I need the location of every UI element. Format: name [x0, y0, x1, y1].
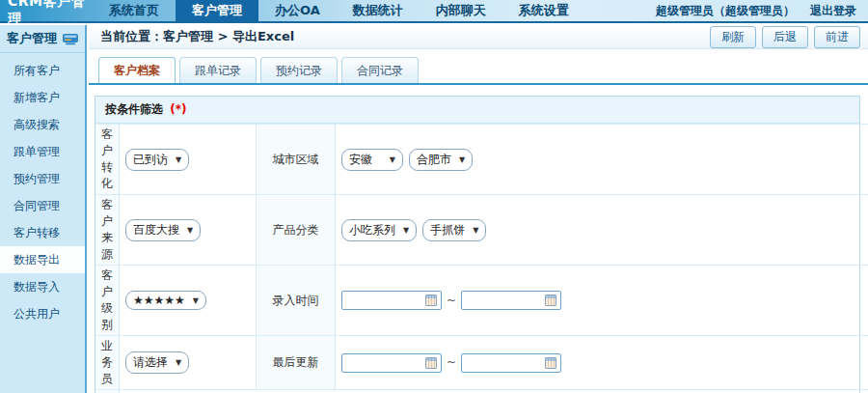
sidebar-item-高级搜索[interactable]: 高级搜索: [0, 111, 85, 138]
date-input[interactable]: [466, 356, 545, 369]
dropdown-value: 百度大搜: [133, 222, 179, 239]
filter-row: 客户级别★★★★★录入时间~: [95, 266, 868, 336]
chevron-down-icon: [390, 155, 395, 164]
field-label-客户级别: 客户级别: [95, 266, 120, 336]
filter-panel: 按条件筛选 (*) 客户转化已到访城市区域安徽合肥市客户来源百度大搜产品分类小吃…: [95, 96, 860, 393]
menu-item-客户管理[interactable]: 客户管理: [176, 0, 258, 21]
chevron-down-icon: [176, 155, 181, 164]
dropdown-value: 手抓饼: [430, 222, 465, 239]
date-input[interactable]: [346, 295, 425, 307]
filter-row: 业务员请选择最后更新~: [95, 336, 868, 390]
sidebar-item-新增客户[interactable]: 新增客户: [0, 84, 85, 111]
sidebar-header: 客户管理: [0, 25, 85, 53]
field-value-cell: 安徽合肥市: [336, 125, 868, 195]
breadcrumb: 当前位置：客户管理 > 导出Excel: [100, 28, 294, 45]
sidebar-item-数据导出[interactable]: 数据导出: [0, 246, 85, 273]
filter-row: 客户来源百度大搜产品分类小吃系列手抓饼: [95, 195, 868, 266]
field-value-cell: 小吃系列手抓饼: [336, 195, 868, 266]
calendar-icon[interactable]: [425, 357, 437, 369]
dropdown-百度大搜[interactable]: 百度大搜: [125, 219, 201, 241]
menu-item-系统设置[interactable]: 系统设置: [502, 0, 585, 21]
chevron-down-icon: [459, 155, 465, 164]
sidebar-title: 客户管理: [7, 30, 57, 47]
dropdown-已到访[interactable]: 已到访: [125, 149, 189, 171]
filter-table: 客户转化已到访城市区域安徽合肥市客户来源百度大搜产品分类小吃系列手抓饼客户级别★…: [95, 124, 868, 393]
topbar-user-area: 超级管理员（超级管理员） 退出登录: [656, 0, 868, 21]
field-label-产品分类: 产品分类: [257, 195, 336, 266]
nav-button-前进[interactable]: 前进: [814, 26, 860, 48]
nav-button-刷新[interactable]: 刷新: [710, 26, 756, 48]
filter-panel-header: 按条件筛选 (*): [95, 97, 859, 124]
field-label-最后更新: 最后更新: [257, 336, 336, 390]
tab-跟单记录[interactable]: 跟单记录: [179, 57, 257, 83]
chevron-down-icon: [473, 226, 478, 235]
date-input-wrap: [461, 353, 561, 373]
filter-row: 客户转化已到访城市区域安徽合肥市: [95, 125, 868, 195]
calendar-icon[interactable]: [545, 295, 556, 306]
field-label-城市区域: 城市区域: [257, 125, 336, 195]
sidebar-item-预约管理[interactable]: 预约管理: [0, 165, 85, 192]
date-input[interactable]: [466, 295, 545, 307]
sidebar-item-公共用户[interactable]: 公共用户: [0, 300, 85, 327]
required-mark: (*): [170, 102, 186, 116]
dropdown-合肥市[interactable]: 合肥市: [409, 149, 473, 171]
export-items-cell: 编号录入时间最后更新客户名称详细地址联系电话传真号码企业网站电子邮件产品分类客户…: [120, 390, 868, 393]
dropdown-value: 请选择: [133, 354, 168, 371]
dropdown-小吃系列[interactable]: 小吃系列: [341, 219, 417, 241]
field-label-导出项目: 导出项目: [95, 390, 120, 393]
menu-item-内部聊天[interactable]: 内部聊天: [420, 0, 502, 21]
range-separator: ~: [447, 294, 456, 307]
field-label-客户来源: 客户来源: [95, 195, 120, 266]
dropdown-手抓饼[interactable]: 手抓饼: [422, 219, 486, 241]
dropdown-value: ★★★★★: [133, 294, 185, 307]
menu-item-办公OA[interactable]: 办公OA: [258, 0, 337, 21]
chevron-down-icon: [187, 226, 193, 235]
date-range-cell: ~: [336, 266, 868, 336]
dropdown-value: 合肥市: [417, 152, 451, 168]
current-user-label: 超级管理员（超级管理员）: [656, 3, 795, 19]
field-label-客户转化: 客户转化: [95, 125, 120, 195]
sidebar-item-合同管理[interactable]: 合同管理: [0, 192, 85, 219]
tab-合同记录[interactable]: 合同记录: [341, 57, 419, 83]
field-label-录入时间: 录入时间: [257, 266, 336, 336]
tab-客户档案[interactable]: 客户档案: [98, 57, 176, 83]
date-input-wrap: [341, 353, 442, 373]
record-tabs: 客户档案跟单记录预约记录合同记录: [89, 57, 868, 85]
main-menu: 系统首页客户管理办公OA数据统计内部聊天系统设置: [93, 0, 585, 21]
logout-link[interactable]: 退出登录: [810, 3, 856, 19]
top-bar: CRM客户管理 系统首页客户管理办公OA数据统计内部聊天系统设置 超级管理员（超…: [0, 0, 868, 23]
dropdown-value: 已到访: [133, 152, 168, 168]
date-range-cell: ~: [336, 336, 868, 390]
date-input-wrap: [341, 291, 442, 310]
sidebar-item-跟单管理[interactable]: 跟单管理: [0, 138, 85, 165]
main-content: 当前位置：客户管理 > 导出Excel 刷新后退前进 客户档案跟单记录预约记录合…: [89, 25, 868, 393]
app-logo: CRM客户管理: [0, 0, 93, 21]
menu-item-系统首页[interactable]: 系统首页: [93, 0, 176, 21]
chevron-down-icon: [403, 226, 409, 235]
sidebar: 客户管理 所有客户新增客户高级搜索跟单管理预约管理合同管理客户转移数据导出数据导…: [0, 25, 87, 393]
nav-button-后退[interactable]: 后退: [762, 26, 808, 48]
sidebar-item-数据导入[interactable]: 数据导入: [0, 273, 85, 300]
dropdown-value: 小吃系列: [349, 222, 395, 239]
filter-title: 按条件筛选: [105, 102, 163, 116]
dropdown-安徽[interactable]: 安徽: [341, 149, 403, 171]
crm-app: CRM客户管理 系统首页客户管理办公OA数据统计内部聊天系统设置 超级管理员（超…: [0, 0, 868, 393]
menu-item-数据统计[interactable]: 数据统计: [337, 0, 420, 21]
chevron-down-icon: [193, 296, 199, 305]
terminal-icon: [62, 33, 79, 45]
export-items-row: 导出项目编号录入时间最后更新客户名称详细地址联系电话传真号码企业网站电子邮件产品…: [95, 390, 868, 393]
date-input-wrap: [461, 291, 561, 310]
sidebar-item-客户转移[interactable]: 客户转移: [0, 219, 85, 246]
dropdown-请选择[interactable]: 请选择: [125, 351, 189, 374]
sidebar-menu: 所有客户新增客户高级搜索跟单管理预约管理合同管理客户转移数据导出数据导入公共用户: [0, 53, 85, 327]
tab-预约记录[interactable]: 预约记录: [260, 57, 338, 83]
breadcrumb-bar: 当前位置：客户管理 > 导出Excel 刷新后退前进: [89, 25, 868, 49]
date-input[interactable]: [346, 356, 425, 369]
calendar-icon[interactable]: [425, 295, 437, 306]
dropdown-value: 安徽: [349, 152, 372, 168]
dropdown-★★★★★[interactable]: ★★★★★: [125, 291, 206, 310]
field-value-cell: ★★★★★: [120, 266, 257, 336]
calendar-icon[interactable]: [545, 357, 556, 369]
nav-button-group: 刷新后退前进: [710, 26, 860, 48]
sidebar-item-所有客户[interactable]: 所有客户: [0, 57, 85, 84]
